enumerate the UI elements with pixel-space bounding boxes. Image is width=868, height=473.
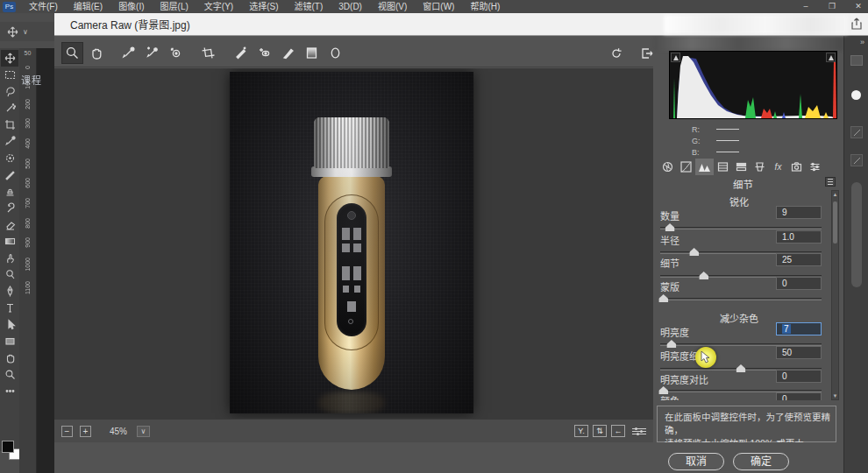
healing-brush-tool[interactable] xyxy=(1,150,18,166)
scroll-up-icon[interactable]: ▲ xyxy=(832,192,838,197)
rotate-counterclockwise-icon[interactable] xyxy=(605,42,627,64)
graduated-filter-icon[interactable] xyxy=(301,42,323,64)
zoom-tool-icon[interactable] xyxy=(61,42,83,64)
menu-3d[interactable]: 3D(D) xyxy=(331,0,370,13)
spot-removal-icon[interactable] xyxy=(230,42,252,64)
crop-tool-icon[interactable] xyxy=(197,42,219,64)
shadow-clipping-toggle[interactable] xyxy=(671,53,680,62)
zoom-tool[interactable] xyxy=(1,366,18,383)
luminance-slider-thumb[interactable] xyxy=(666,340,676,348)
smudge-tool[interactable] xyxy=(1,250,18,266)
pen-tool[interactable] xyxy=(1,283,18,300)
zoom-dropdown[interactable]: ∨ xyxy=(137,426,150,437)
masking-value-field[interactable]: 0 xyxy=(776,277,822,290)
path-selection-tool[interactable] xyxy=(1,316,18,333)
masking-slider-thumb[interactable] xyxy=(658,294,668,302)
before-after-toggle[interactable]: Y. xyxy=(574,425,588,437)
eyedropper-tool[interactable] xyxy=(1,133,18,150)
color-value-field[interactable]: 0 xyxy=(776,392,822,400)
adjustment-brush-icon[interactable] xyxy=(277,42,299,64)
share-icon[interactable] xyxy=(850,18,863,31)
preview-canvas[interactable] xyxy=(54,68,653,419)
tab-camera-calibration[interactable] xyxy=(787,159,806,175)
luminance-value-field[interactable]: 7 xyxy=(776,322,822,335)
dock-panel-icon[interactable] xyxy=(850,55,863,66)
eraser-tool[interactable] xyxy=(1,216,18,233)
camera-raw-titlebar[interactable]: Camera Raw (背景图.jpg) xyxy=(54,13,868,36)
scroll-down-icon[interactable]: ▼ xyxy=(832,393,838,399)
tab-hsl-grayscale[interactable] xyxy=(714,159,732,175)
shape-tool[interactable] xyxy=(1,333,18,349)
chevron-down-icon[interactable]: ∨ xyxy=(23,28,28,36)
more-tools-icon[interactable] xyxy=(1,383,18,399)
zoom-out-button[interactable]: − xyxy=(61,426,73,437)
type-tool[interactable] xyxy=(1,300,18,316)
swap-before-after-icon[interactable]: ⇅ xyxy=(593,425,607,437)
amount-slider[interactable] xyxy=(660,227,822,229)
collapse-dock-icon[interactable]: » xyxy=(844,36,868,46)
menu-file[interactable]: 文件(F) xyxy=(21,0,66,13)
brush-tool[interactable] xyxy=(1,166,18,183)
color-swatches[interactable] xyxy=(2,441,19,463)
clone-stamp-tool[interactable] xyxy=(1,183,18,200)
highlight-clipping-toggle[interactable] xyxy=(826,53,836,62)
menu-layer[interactable]: 图层(L) xyxy=(153,0,196,13)
preview-settings-icon[interactable] xyxy=(632,428,646,434)
copy-settings-icon[interactable]: ← xyxy=(611,425,625,437)
move-tool[interactable] xyxy=(1,50,18,67)
lasso-tool[interactable] xyxy=(1,83,18,100)
tab-lens-corrections[interactable] xyxy=(751,159,769,175)
cancel-button[interactable]: 取消 xyxy=(668,453,724,470)
tab-presets[interactable] xyxy=(806,159,824,175)
tab-detail[interactable] xyxy=(695,159,714,175)
radial-filter-icon[interactable] xyxy=(324,42,346,64)
menu-filter[interactable]: 滤镜(T) xyxy=(287,0,331,13)
radius-value-field[interactable]: 1.0 xyxy=(776,230,822,244)
dock-panel-icon[interactable] xyxy=(850,126,863,138)
detail-slider-thumb[interactable] xyxy=(699,272,708,279)
menu-select[interactable]: 选择(S) xyxy=(241,0,286,13)
dock-scroll-region[interactable] xyxy=(851,182,862,287)
color-sampler-icon[interactable] xyxy=(141,42,163,64)
radius-slider-thumb[interactable] xyxy=(689,248,699,256)
red-eye-removal-icon[interactable] xyxy=(253,42,275,64)
tab-split-toning[interactable] xyxy=(732,159,751,175)
dodge-tool[interactable] xyxy=(1,266,18,283)
targeted-adjustment-icon[interactable] xyxy=(165,42,187,64)
luminance-detail-slider-thumb[interactable] xyxy=(736,364,746,372)
zoom-in-button[interactable]: + xyxy=(80,426,91,437)
close-icon[interactable]: ✕ xyxy=(852,0,864,12)
luminance-contrast-value-field[interactable]: 0 xyxy=(776,370,822,383)
tab-basic[interactable] xyxy=(658,159,677,175)
foreground-color-swatch[interactable] xyxy=(2,441,14,453)
minimize-icon[interactable]: – xyxy=(800,0,812,12)
hand-tool-icon[interactable] xyxy=(85,42,107,64)
dock-panel-icon[interactable] xyxy=(850,154,863,166)
quick-selection-tool[interactable] xyxy=(1,100,18,116)
white-balance-eyedropper-icon[interactable] xyxy=(117,42,139,64)
menu-window[interactable]: 窗口(W) xyxy=(415,0,462,13)
masking-slider[interactable] xyxy=(660,298,822,300)
luminance-detail-value-field[interactable]: 50 xyxy=(776,346,822,359)
hand-tool[interactable] xyxy=(1,349,18,366)
menu-edit[interactable]: 编辑(E) xyxy=(66,0,110,13)
color-panel-icon[interactable] xyxy=(851,90,861,100)
menu-type[interactable]: 文字(Y) xyxy=(196,0,241,13)
history-brush-tool[interactable] xyxy=(1,200,18,216)
panel-menu-icon[interactable] xyxy=(825,177,836,187)
menu-view[interactable]: 视图(V) xyxy=(370,0,415,13)
detail-value-field[interactable]: 25 xyxy=(776,253,822,266)
marquee-tool[interactable] xyxy=(1,67,18,83)
tab-tone-curve[interactable] xyxy=(677,159,695,175)
menu-image[interactable]: 图像(I) xyxy=(110,0,152,13)
tab-effects[interactable]: fx xyxy=(769,159,787,175)
scrollbar-thumb[interactable] xyxy=(833,201,837,244)
gradient-tool[interactable] xyxy=(1,233,18,250)
amount-slider-thumb[interactable] xyxy=(665,223,675,231)
panel-scrollbar[interactable]: ▲ ▼ xyxy=(831,190,839,400)
crop-tool[interactable] xyxy=(1,116,18,133)
maximize-icon[interactable]: ❐ xyxy=(826,0,838,12)
amount-value-field[interactable]: 9 xyxy=(776,206,822,219)
menu-help[interactable]: 帮助(H) xyxy=(462,0,508,13)
ok-button[interactable]: 确定 xyxy=(733,453,789,470)
